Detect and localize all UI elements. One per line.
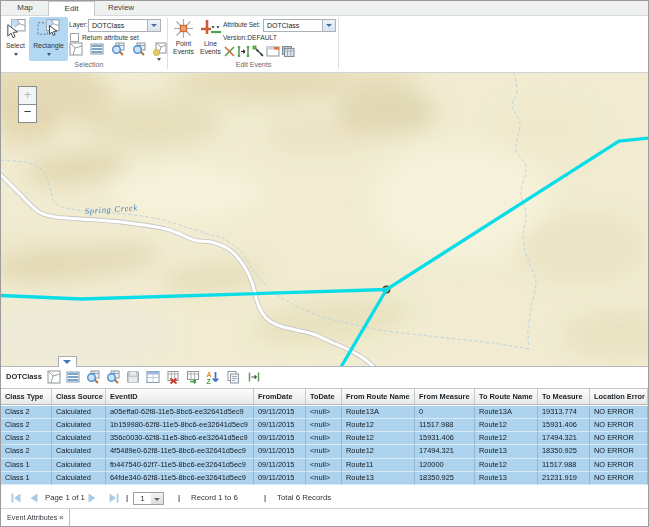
grid-cell[interactable]: <null> xyxy=(306,432,342,445)
grid-cell[interactable]: 09/11/2015 xyxy=(254,459,306,472)
page-number-input[interactable]: 1 xyxy=(133,492,152,505)
grid-cell[interactable]: 4f5489e0-62f8-11e5-8bc6-ee32641d5ec9 xyxy=(106,445,254,458)
select-button[interactable]: Select xyxy=(3,18,28,61)
rectangle-button[interactable]: Rectangle xyxy=(29,17,68,61)
tab-edit[interactable]: Edit xyxy=(48,1,95,17)
grid-cell[interactable]: Class 2 xyxy=(1,419,52,432)
grid-cell[interactable]: Class 2 xyxy=(1,432,52,445)
grid-cell[interactable]: Class 1 xyxy=(1,472,52,485)
grid-cell[interactable]: NO ERROR xyxy=(590,432,648,445)
attribute-set-dropdown-arrow-icon[interactable] xyxy=(322,20,335,31)
grid-cell[interactable]: Route12 xyxy=(475,419,538,432)
zoom-to-selection-icon[interactable] xyxy=(111,42,125,56)
column-header[interactable]: To Route Name xyxy=(475,389,538,404)
grid-cell[interactable]: Class 2 xyxy=(1,445,52,458)
save-icon[interactable] xyxy=(126,370,140,384)
grid-cell[interactable]: 64fde340-62f8-11e5-8bc6-ee32641d5ec9 xyxy=(106,472,254,485)
grid-cell[interactable]: Route12 xyxy=(342,432,415,445)
attribute-table-icon[interactable] xyxy=(281,45,295,58)
select-dropdown-caret[interactable] xyxy=(14,53,18,56)
grid-cell[interactable]: 09/11/2015 xyxy=(254,445,306,458)
grid-cell[interactable]: NO ERROR xyxy=(590,472,648,485)
grid-cell[interactable]: 09/11/2015 xyxy=(254,472,306,485)
layer-dropdown[interactable]: DOTClass xyxy=(88,19,161,32)
page-number-dropdown-icon[interactable] xyxy=(151,492,164,505)
grid-cell[interactable]: NO ERROR xyxy=(590,406,648,419)
tab-review[interactable]: Review xyxy=(99,1,143,15)
column-header[interactable]: Class Source xyxy=(52,389,106,404)
trim-events-icon[interactable] xyxy=(252,45,265,58)
column-header[interactable]: From Measure xyxy=(415,389,475,404)
grid-cell[interactable]: 19313.774 xyxy=(538,406,590,419)
grid-cell[interactable]: Route12 xyxy=(475,432,538,445)
grid-cell[interactable]: 15931.406 xyxy=(538,419,590,432)
grid-cell[interactable]: 21231.919 xyxy=(538,472,590,485)
grid-cell[interactable]: <null> xyxy=(306,445,342,458)
grid-cell[interactable]: Route12 xyxy=(475,459,538,472)
grid-cell[interactable]: <null> xyxy=(306,406,342,419)
grid-cell[interactable]: 18350.925 xyxy=(415,472,475,485)
delete-row-icon[interactable] xyxy=(166,370,180,384)
column-header[interactable]: FromDate xyxy=(254,389,306,404)
grid-cell[interactable]: Route13 xyxy=(342,472,415,485)
zoom-to-row-icon[interactable] xyxy=(86,370,100,384)
grid-cell[interactable]: Calculated xyxy=(52,459,106,472)
tab-event-attributes[interactable]: Event Attributes × xyxy=(1,509,70,527)
zoom-in-button[interactable]: + xyxy=(18,86,37,105)
grid-cell[interactable]: 15931.406 xyxy=(415,432,475,445)
select-on-map-icon[interactable] xyxy=(69,42,83,56)
grid-cell[interactable]: 18350.925 xyxy=(538,445,590,458)
grid-cell[interactable]: <null> xyxy=(306,459,342,472)
grid-cell[interactable]: Route11 xyxy=(342,459,415,472)
grid-cell[interactable]: Calculated xyxy=(52,432,106,445)
event-window-icon[interactable] xyxy=(266,45,280,58)
merge-events-icon[interactable] xyxy=(237,45,250,58)
selectable-layers-icon[interactable] xyxy=(153,42,167,56)
split-event-icon[interactable] xyxy=(223,45,236,58)
grid-cell[interactable]: <null> xyxy=(306,472,342,485)
grid-cell[interactable]: NO ERROR xyxy=(590,445,648,458)
column-header[interactable]: EventID xyxy=(106,389,254,404)
rectangle-dropdown-caret[interactable] xyxy=(47,53,51,56)
grid-cell[interactable]: Route12 xyxy=(342,445,415,458)
grid-cell[interactable]: 09/11/2015 xyxy=(254,419,306,432)
pan-to-row-icon[interactable] xyxy=(106,370,120,384)
grid-cell[interactable]: Class 2 xyxy=(1,406,52,419)
map-view[interactable]: Spring Creek + − xyxy=(1,73,648,366)
first-page-icon[interactable] xyxy=(11,493,21,503)
grid-cell[interactable]: a05effa0-62f8-11e5-8bc6-ee32641d5ec9 xyxy=(106,406,254,419)
previous-page-icon[interactable] xyxy=(30,493,38,503)
export-table-icon[interactable] xyxy=(186,370,200,384)
grid-cell[interactable]: 356c0030-62f8-11e5-8bc6-ee32641d5ec9 xyxy=(106,432,254,445)
grid-cell[interactable]: 11517.988 xyxy=(415,419,475,432)
column-header[interactable]: Class Type xyxy=(1,389,52,404)
line-events-button[interactable]: Line Events xyxy=(197,18,224,61)
column-header[interactable]: To Measure xyxy=(538,389,590,404)
return-attribute-set-checkbox[interactable] xyxy=(70,33,79,42)
attribute-window-icon[interactable] xyxy=(146,370,160,384)
grid-cell[interactable]: 09/11/2015 xyxy=(254,406,306,419)
layer-dropdown-arrow-icon[interactable] xyxy=(147,20,160,31)
grid-cell[interactable]: Calculated xyxy=(52,445,106,458)
grid-cell[interactable]: 17494.321 xyxy=(538,432,590,445)
selection-list-icon[interactable] xyxy=(90,42,104,56)
copy-icon[interactable] xyxy=(226,370,240,384)
grid-cell[interactable]: Route13 xyxy=(475,445,538,458)
sort-icon[interactable]: A Z xyxy=(206,370,220,384)
grid-cell[interactable]: Route13 xyxy=(475,472,538,485)
grid-cell[interactable]: 17494.321 xyxy=(415,445,475,458)
grid-cell[interactable]: Calculated xyxy=(52,419,106,432)
pan-to-selection-icon[interactable] xyxy=(132,42,146,56)
column-header[interactable]: ToDate xyxy=(306,389,342,404)
selection-list-icon[interactable] xyxy=(66,370,80,384)
column-header[interactable]: From Route Name xyxy=(342,389,415,404)
grid-cell[interactable]: 0 xyxy=(415,406,475,419)
grid-cell[interactable]: 09/11/2015 xyxy=(254,432,306,445)
tab-map[interactable]: Map xyxy=(7,1,43,15)
select-on-map-icon[interactable] xyxy=(47,370,61,384)
next-page-icon[interactable] xyxy=(88,493,96,503)
grid-cell[interactable]: <null> xyxy=(306,419,342,432)
grid-cell[interactable]: Calculated xyxy=(52,406,106,419)
grid-cell[interactable]: 120000 xyxy=(415,459,475,472)
grid-cell[interactable]: 11517.988 xyxy=(538,459,590,472)
